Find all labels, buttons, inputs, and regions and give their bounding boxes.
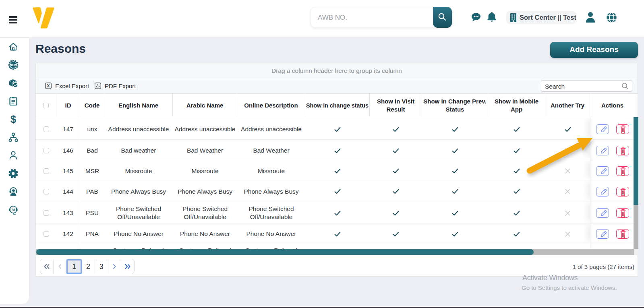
- svg-text:$: $: [10, 114, 17, 124]
- svg-text:NEW: NEW: [10, 63, 17, 67]
- svg-text:AI: AI: [12, 208, 15, 212]
- svg-text:X: X: [47, 83, 50, 88]
